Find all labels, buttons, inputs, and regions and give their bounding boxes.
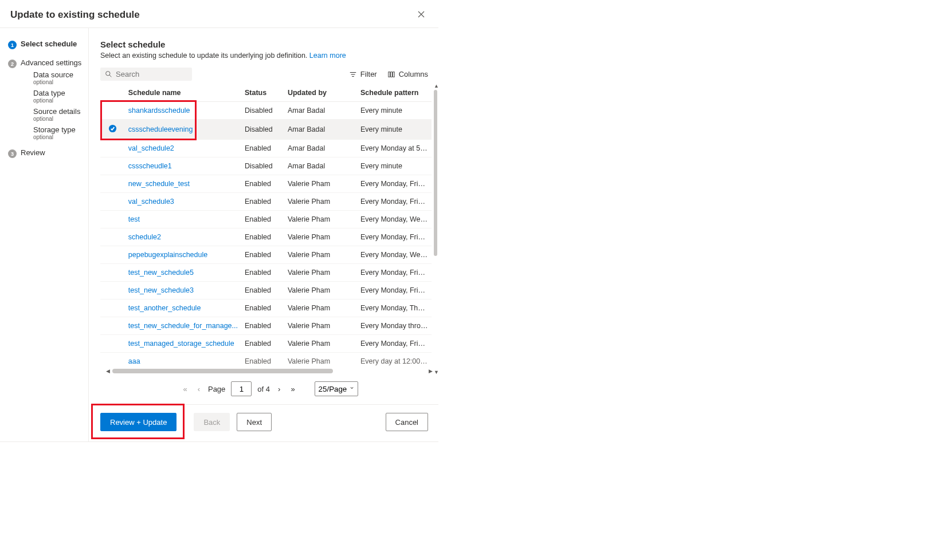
row-select-cell[interactable]: [100, 282, 125, 299]
row-select-cell[interactable]: [100, 193, 125, 211]
vertical-scrollbar[interactable]: ▲ ▼: [433, 84, 438, 342]
row-name: new_schedule_test: [125, 175, 241, 193]
search-input[interactable]: [116, 70, 185, 78]
schedule-link[interactable]: aaa: [128, 357, 140, 365]
table-row[interactable]: new_schedule_testEnabledValerie PhamEver…: [100, 175, 432, 193]
panel-title: Update to existing schedule: [10, 9, 140, 21]
schedule-link[interactable]: test_another_schedule: [128, 304, 201, 312]
substep-storage-type[interactable]: Storage type optional: [33, 125, 84, 140]
step-advanced-settings[interactable]: Advanced settings Data source optional D…: [8, 58, 84, 140]
scroll-thumb[interactable]: [434, 90, 437, 256]
row-pattern: Every Monday, Friday at 7:00: [357, 282, 432, 299]
schedule-link[interactable]: test_new_schedule3: [128, 286, 194, 294]
row-select-cell[interactable]: [100, 246, 125, 264]
pager-prev[interactable]: ‹: [195, 384, 202, 395]
row-select-cell[interactable]: [100, 264, 125, 282]
col-updated-by[interactable]: Updated by: [284, 84, 357, 102]
row-name: pepebugexplainschedule: [125, 246, 241, 264]
row-updated-by: Valerie Pham: [284, 299, 357, 317]
row-select-cell[interactable]: [100, 157, 125, 175]
sidebar: Select schedule Advanced settings Data s…: [0, 28, 89, 441]
col-name[interactable]: Schedule name: [125, 84, 241, 102]
row-select-cell[interactable]: [100, 228, 125, 246]
horizontal-scrollbar[interactable]: ◀ ▶: [100, 366, 438, 376]
row-updated-by: Valerie Pham: [284, 175, 357, 193]
cancel-button[interactable]: Cancel: [386, 413, 428, 431]
columns-button[interactable]: Columns: [387, 70, 428, 78]
table-row[interactable]: test_new_schedule5EnabledValerie PhamEve…: [100, 264, 432, 282]
search-wrap[interactable]: [100, 68, 192, 81]
row-select-cell[interactable]: [100, 299, 125, 317]
substep-source-details[interactable]: Source details optional: [33, 107, 84, 122]
col-pattern[interactable]: Schedule pattern: [357, 84, 432, 102]
row-status: Disabled: [241, 120, 284, 140]
row-name: test_new_schedule3: [125, 282, 241, 299]
table-row[interactable]: test_managed_storage_scheduleEnabledVale…: [100, 335, 432, 353]
schedule-link[interactable]: val_schedule2: [128, 144, 174, 152]
table-row[interactable]: val_schedule3EnabledValerie PhamEvery Mo…: [100, 193, 432, 211]
next-button[interactable]: Next: [237, 413, 272, 431]
substep-data-type[interactable]: Data type optional: [33, 89, 84, 104]
row-select-cell[interactable]: [100, 335, 125, 353]
table-row[interactable]: cssscheudle1DisabledAmar BadalEvery minu…: [100, 157, 432, 175]
row-select-cell[interactable]: [100, 211, 125, 228]
schedule-link[interactable]: test: [128, 215, 140, 223]
table-row[interactable]: schedule2EnabledValerie PhamEvery Monday…: [100, 228, 432, 246]
schedule-link[interactable]: schedule2: [128, 233, 161, 241]
table-row[interactable]: testEnabledValerie PhamEvery Monday, Wed…: [100, 211, 432, 228]
row-select-cell[interactable]: [100, 120, 125, 140]
pager-of-label: of 4: [257, 385, 270, 393]
row-select-cell[interactable]: [100, 102, 125, 120]
row-name: cssscheudle1: [125, 157, 241, 175]
row-updated-by: Valerie Pham: [284, 282, 357, 299]
table-row[interactable]: cssscheduleeveningDisabledAmar BadalEver…: [100, 120, 432, 140]
pager-page-size[interactable]: 25/Page: [315, 381, 358, 396]
schedule-link[interactable]: pepebugexplainschedule: [128, 251, 207, 259]
scroll-down-arrow[interactable]: ▼: [434, 369, 439, 375]
row-updated-by: Valerie Pham: [284, 246, 357, 264]
row-updated-by: Amar Badal: [284, 120, 357, 140]
table-row[interactable]: aaaEnabledValerie PhamEvery day at 12:00…: [100, 353, 432, 366]
row-select-cell[interactable]: [100, 175, 125, 193]
schedule-link[interactable]: test_managed_storage_schedule: [128, 340, 234, 348]
pager-first[interactable]: «: [181, 384, 189, 395]
scroll-up-arrow[interactable]: ▲: [434, 83, 439, 89]
schedule-link[interactable]: cssscheudle1: [128, 162, 172, 170]
row-pattern: Every Monday, Thursday, Fri: [357, 299, 432, 317]
back-button[interactable]: Back: [194, 413, 230, 431]
pager-next[interactable]: ›: [276, 384, 283, 395]
close-button[interactable]: [415, 8, 427, 22]
pager-last[interactable]: »: [288, 384, 297, 395]
row-select-cell[interactable]: [100, 140, 125, 157]
col-status[interactable]: Status: [241, 84, 284, 102]
step-review[interactable]: Review: [8, 148, 84, 157]
substep-data-source[interactable]: Data source optional: [33, 70, 84, 85]
pager-page-input[interactable]: [231, 381, 252, 396]
table-row[interactable]: pepebugexplainscheduleEnabledValerie Pha…: [100, 246, 432, 264]
row-updated-by: Valerie Pham: [284, 317, 357, 335]
row-status: Enabled: [241, 282, 284, 299]
scroll-left-arrow[interactable]: ◀: [104, 368, 112, 374]
row-name: val_schedule2: [125, 140, 241, 157]
table-row[interactable]: shankardsscheduleDisabledAmar BadalEvery…: [100, 102, 432, 120]
row-status: Enabled: [241, 317, 284, 335]
schedule-link[interactable]: new_schedule_test: [128, 180, 190, 188]
review-update-button[interactable]: Review + Update: [100, 413, 177, 431]
table-row[interactable]: test_another_scheduleEnabledValerie Pham…: [100, 299, 432, 317]
schedule-link[interactable]: val_schedule3: [128, 198, 174, 206]
row-select-cell[interactable]: [100, 317, 125, 335]
schedule-link[interactable]: cssscheduleevening: [128, 125, 193, 133]
schedule-link[interactable]: test_new_schedule5: [128, 269, 194, 277]
table-row[interactable]: val_schedule2EnabledAmar BadalEvery Mond…: [100, 140, 432, 157]
row-status: Enabled: [241, 264, 284, 282]
filter-button[interactable]: Filter: [349, 70, 377, 78]
schedule-link[interactable]: test_new_schedule_for_manage...: [128, 322, 238, 330]
schedule-link[interactable]: shankardsschedule: [128, 107, 190, 115]
row-status: Enabled: [241, 175, 284, 193]
learn-more-link[interactable]: Learn more: [309, 52, 346, 60]
table-row[interactable]: test_new_schedule3EnabledValerie PhamEve…: [100, 282, 432, 299]
scroll-thumb-h[interactable]: [112, 369, 333, 373]
step-select-schedule[interactable]: Select schedule: [8, 40, 84, 48]
table-row[interactable]: test_new_schedule_for_manage...EnabledVa…: [100, 317, 432, 335]
row-pattern: Every Monday through Frida: [357, 317, 432, 335]
